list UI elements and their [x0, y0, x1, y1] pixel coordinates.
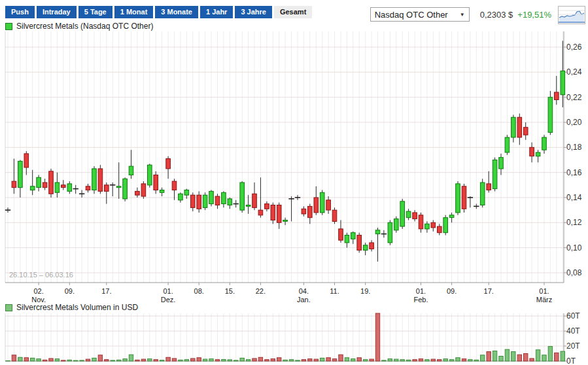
svg-text:Dez.: Dez.	[161, 296, 176, 304]
exchange-select-value: Nasdaq OTC Other	[375, 10, 448, 20]
svg-text:60T: 60T	[566, 311, 580, 321]
range-button-1-jahr[interactable]: 1 Jahr	[200, 6, 233, 18]
svg-text:01.: 01.	[163, 287, 173, 295]
svg-text:Jan.: Jan.	[297, 296, 311, 304]
series-color-swatch-icon	[5, 23, 12, 30]
svg-text:01.: 01.	[416, 287, 426, 295]
quote-price: 0,2303 $	[480, 10, 513, 20]
range-button-3-monate[interactable]: 3 Monate	[155, 6, 198, 18]
stock-chart-widget: 0,260,240,220,200,180,160,140,120,100,08…	[0, 0, 588, 365]
svg-text:01.: 01.	[539, 287, 549, 295]
range-toolbar: PushIntraday5 Tage1 Monat3 Monate1 Jahr3…	[5, 6, 312, 18]
series-color-swatch-icon	[5, 304, 12, 311]
price-series-legend: Silvercrest Metals (Nasdaq OTC Other)	[5, 22, 153, 31]
svg-text:19.: 19.	[360, 287, 370, 295]
svg-text:0,22: 0,22	[566, 93, 582, 102]
svg-text:15.: 15.	[225, 287, 235, 295]
svg-text:0T: 0T	[566, 356, 576, 365]
range-button-3-jahre[interactable]: 3 Jahre	[235, 6, 272, 18]
svg-text:März: März	[536, 296, 552, 304]
range-button-5-tage[interactable]: 5 Tage	[78, 6, 112, 18]
chevron-down-icon: ▼	[460, 12, 465, 18]
svg-text:Feb.: Feb.	[413, 296, 428, 304]
svg-text:02.: 02.	[33, 287, 43, 295]
exchange-select[interactable]: Nasdaq OTC Other ▼	[370, 7, 470, 22]
svg-text:20T: 20T	[566, 341, 580, 351]
svg-text:09.: 09.	[447, 287, 457, 295]
range-button-gesamt[interactable]: Gesamt	[274, 6, 312, 18]
mini-chart-icon[interactable]	[558, 6, 585, 24]
volume-series-legend: Silvercrest Metals Volumen in USD	[5, 303, 138, 312]
range-button-1-monat[interactable]: 1 Monat	[114, 6, 154, 18]
svg-text:17.: 17.	[101, 287, 111, 295]
svg-text:08.: 08.	[194, 287, 204, 295]
quote-area: Nasdaq OTC Other ▼ 0,2303 $ +19,51%	[370, 5, 585, 24]
svg-text:0,14: 0,14	[566, 193, 582, 202]
svg-text:0,08: 0,08	[566, 268, 582, 277]
svg-text:0,24: 0,24	[566, 67, 582, 77]
volume-series-legend-label: Silvercrest Metals Volumen in USD	[16, 303, 138, 312]
svg-text:0,16: 0,16	[566, 168, 582, 177]
range-button-intraday[interactable]: Intraday	[37, 6, 77, 18]
svg-text:0,18: 0,18	[566, 143, 582, 152]
svg-text:0,12: 0,12	[566, 218, 582, 227]
svg-text:0,10: 0,10	[566, 243, 582, 252]
svg-text:26.10.15 – 06.03.16: 26.10.15 – 06.03.16	[9, 271, 73, 279]
quote-change: +19,51%	[517, 10, 551, 20]
svg-text:0,20: 0,20	[566, 118, 582, 127]
svg-text:40T: 40T	[566, 326, 580, 336]
svg-text:17.: 17.	[484, 287, 494, 295]
svg-text:04.: 04.	[299, 287, 309, 295]
svg-text:11.: 11.	[330, 287, 339, 295]
svg-text:0,26: 0,26	[566, 43, 582, 52]
svg-text:09.: 09.	[65, 287, 75, 295]
range-button-push[interactable]: Push	[5, 6, 35, 18]
svg-text:22.: 22.	[256, 287, 266, 295]
price-series-legend-label: Silvercrest Metals (Nasdaq OTC Other)	[16, 22, 153, 31]
